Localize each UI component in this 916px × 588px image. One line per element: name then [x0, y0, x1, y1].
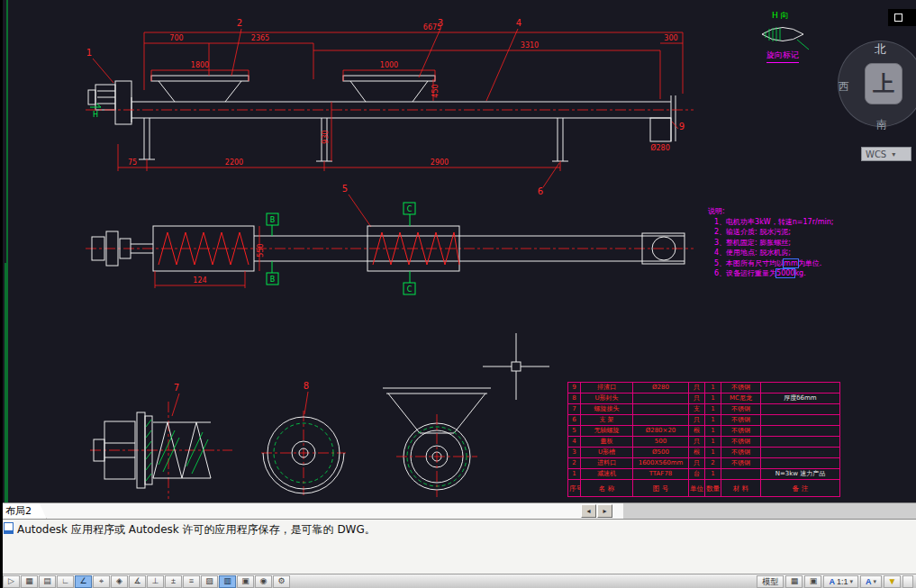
table-cell	[633, 404, 689, 415]
tab-strip-track	[0, 503, 623, 520]
selection-cycling-icon[interactable]: ▣	[237, 575, 254, 588]
chevron-down-icon: ▾	[892, 150, 895, 158]
drawing-canvas[interactable]: H	[0, 0, 916, 502]
parts-table-body: 9排渣口Ø280只1不锈钢8U形封头只1MC尼龙厚度δ6mm7螺旋接头支1不锈钢…	[568, 383, 840, 497]
table-cell: 8	[568, 394, 581, 404]
svg-text:2200: 2200	[225, 158, 243, 167]
annotation-visibility-icon: A	[866, 576, 872, 587]
grid-display-icon[interactable]: ▤	[39, 575, 56, 588]
window-controls[interactable]	[888, 9, 916, 26]
mid-view-dimension-lines	[155, 226, 259, 288]
table-cell: 5	[568, 426, 581, 437]
scroll-right-button[interactable]: ▸	[597, 504, 612, 518]
dynamic-ucs-icon[interactable]: ⊥	[147, 575, 164, 588]
table-cell: 1	[705, 469, 721, 480]
viewcube-up-face[interactable]: 上	[865, 63, 902, 104]
table-cell: 9	[568, 383, 581, 394]
viewcube-south[interactable]: 南	[876, 117, 887, 132]
quick-properties-icon[interactable]: ▥	[219, 575, 236, 588]
svg-text:75: 75	[128, 158, 137, 167]
table-cell: 1	[705, 448, 721, 458]
restore-window-icon[interactable]	[894, 14, 902, 22]
table-cell: 1	[705, 404, 721, 415]
table-header-row: 序号名 称图 号单位数量材 料备 注	[568, 480, 840, 497]
lineweight-icon[interactable]: ≡	[183, 575, 200, 588]
table-header-cell: 材 料	[721, 480, 761, 497]
wcs-selector[interactable]: WCS ▾	[861, 147, 911, 161]
viewcube-north[interactable]: 北	[875, 41, 886, 58]
command-line-area[interactable]: Autodesk 应用程序或 Autodesk 许可的应用程序保存，是可靠的 D…	[0, 519, 916, 574]
infer-constraints-icon[interactable]: ▷	[3, 575, 20, 588]
status-bar: ▷▦▤∟∠⌖◈∡⊥±≡▨▥▣◉⚙ 模型 ▦ ▣ A 1:1 ▾ A ▾ ▼	[0, 574, 916, 588]
section-h-label: H	[93, 111, 98, 119]
table-cell: 无轴螺旋	[581, 426, 633, 437]
scroll-left-button[interactable]: ◂	[581, 504, 596, 518]
dynamic-input-icon[interactable]: ±	[165, 575, 182, 588]
statusbar-left-icons: ▷▦▤∟∠⌖◈∡⊥±≡▨▥▣◉⚙	[3, 575, 290, 588]
annotation-scale-button[interactable]: A 1:1 ▾	[823, 575, 858, 588]
table-cell: 不锈钢	[721, 404, 761, 415]
viewcube-west[interactable]: 西	[839, 79, 849, 95]
table-header-cell: 名 称	[581, 480, 633, 497]
highlighted-text: mm	[784, 259, 798, 267]
object-snap-icon[interactable]: ⌖	[93, 575, 110, 588]
callout-leaders	[93, 29, 678, 416]
table-cell: U形槽	[581, 448, 633, 458]
section-marker-letters: B B C C	[270, 205, 413, 294]
3d-object-snap-icon[interactable]: ◈	[111, 575, 128, 588]
svg-text:550: 550	[257, 243, 265, 257]
annotation-scale-value: 1:1	[837, 576, 848, 587]
layout-preview-icon[interactable]: ▣	[804, 575, 821, 588]
polar-tracking-icon[interactable]: ∠	[75, 575, 92, 588]
svg-text:4: 4	[516, 18, 521, 28]
table-cell: Ø280	[633, 383, 689, 394]
table-row: 7螺旋接头支1不锈钢	[568, 404, 840, 415]
ortho-mode-icon[interactable]: ∟	[57, 575, 74, 588]
table-row: 2进料口1600X560mm只2不锈钢	[568, 458, 840, 469]
table-cell: 不锈钢	[721, 415, 761, 426]
chevron-down-icon: ▾	[849, 576, 853, 587]
annotation-visibility-button[interactable]: A ▾	[860, 575, 882, 588]
model-space-button[interactable]: 模型	[757, 575, 784, 588]
chevron-down-icon: ▾	[873, 576, 876, 587]
statusbar-overflow-button[interactable]	[902, 575, 913, 588]
workspace-gear-icon[interactable]: ⚙	[273, 575, 290, 588]
annotation-monitor-icon[interactable]: ◉	[255, 575, 272, 588]
table-cell: 1	[705, 426, 721, 437]
svg-text:450: 450	[431, 84, 440, 97]
transparency-icon[interactable]: ▨	[201, 575, 218, 588]
tab-layout2[interactable]: 布局2	[0, 503, 47, 520]
object-snap-tracking-icon[interactable]: ∡	[129, 575, 146, 588]
table-cell: 只	[689, 415, 705, 426]
svg-text:2900: 2900	[431, 158, 449, 167]
trusted-dwg-icon	[4, 522, 14, 534]
table-cell: U形封头	[581, 394, 633, 404]
svg-text:9: 9	[679, 122, 685, 131]
note-line-4: 4、使用地点: 脱水机房;	[714, 248, 833, 258]
table-cell: 减速机	[581, 469, 633, 480]
table-cell	[633, 415, 689, 426]
layout-icon[interactable]: ▦	[785, 575, 803, 588]
table-cell: 2	[568, 458, 581, 469]
table-cell: 不锈钢	[721, 383, 761, 394]
note-line-6: 6、设备运行重量为5000kg.	[714, 268, 833, 279]
table-cell: 盖板	[581, 437, 633, 448]
svg-text:2: 2	[237, 18, 242, 28]
table-cell: 台	[689, 469, 705, 480]
table-row: 4盖板500只1不锈钢	[568, 437, 840, 448]
annotation-scale-icon: A	[829, 576, 835, 587]
snap-mode-icon[interactable]: ▦	[21, 575, 38, 588]
isolate-objects-icon[interactable]: ▼	[884, 575, 901, 588]
table-row: 6支 架只1不锈钢	[568, 415, 840, 426]
note-line-2: 2、输送介质: 脱水污泥;	[714, 227, 833, 238]
autocad-window: H	[0, 0, 916, 588]
table-cell: 根	[689, 448, 705, 458]
table-header-cell: 数量	[705, 480, 721, 497]
table-header-cell: 图 号	[633, 480, 689, 497]
horizontal-scrollbar[interactable]: ◂ ▸	[581, 504, 612, 519]
table-cell	[721, 469, 761, 480]
table-cell: 支	[689, 404, 705, 415]
table-cell: Ø280×20	[633, 426, 689, 437]
table-header-cell: 单位	[689, 480, 705, 497]
table-cell: 1	[705, 415, 721, 426]
